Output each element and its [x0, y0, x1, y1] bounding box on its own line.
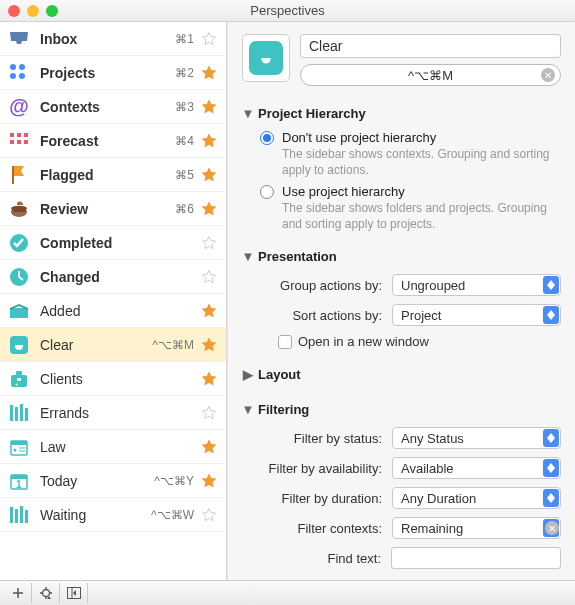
sidebar-item-forecast[interactable]: Forecast⌘4 [0, 124, 226, 158]
shortcut-value: ^⌥⌘M [408, 68, 453, 83]
svg-rect-5 [10, 133, 14, 137]
favorite-star-icon[interactable] [200, 370, 218, 388]
sort-by-value: Project [401, 308, 441, 323]
favorite-star-icon[interactable] [200, 132, 218, 150]
section-title: Presentation [258, 249, 337, 264]
section-header[interactable]: ▶ Layout [242, 361, 561, 388]
sidebar-item-clients[interactable]: +Clients [0, 362, 226, 396]
sort-by-select[interactable]: Project [392, 304, 561, 326]
sidebar-item-completed[interactable]: Completed [0, 226, 226, 260]
clear-icon [6, 332, 32, 358]
action-menu-button[interactable] [32, 583, 60, 603]
svg-rect-17 [16, 371, 22, 375]
new-window-checkbox[interactable] [278, 335, 292, 349]
projects-icon [6, 60, 32, 86]
section-title: Layout [258, 367, 301, 382]
filter-label: Filter by status: [260, 431, 392, 446]
findtext-input[interactable] [391, 547, 561, 569]
sidebar-item-contexts[interactable]: @Contexts⌘3 [0, 90, 226, 124]
favorite-star-icon[interactable] [200, 64, 218, 82]
section-header[interactable]: ▼ Project Hierarchy [242, 100, 561, 127]
inbox-icon [6, 26, 32, 52]
favorite-star-icon[interactable] [200, 302, 218, 320]
sidebar-item-shortcut: ⌘2 [175, 66, 194, 80]
minimize-icon[interactable] [27, 5, 39, 17]
section-filtering: ▼ Filtering Filter by status:Any StatusF… [242, 396, 561, 573]
favorite-star-icon[interactable] [200, 200, 218, 218]
section-presentation: ▼ Presentation Group actions by: Ungroup… [242, 243, 561, 353]
sidebar: Inbox⌘1Projects⌘2@Contexts⌘3Forecast⌘4Fl… [0, 22, 227, 580]
zoom-icon[interactable] [46, 5, 58, 17]
sidebar-item-changed[interactable]: Changed [0, 260, 226, 294]
findtext-label: Find text: [260, 551, 391, 566]
sidebar-item-waiting[interactable]: Waiting^⌥⌘W [0, 498, 226, 532]
add-button[interactable] [4, 583, 32, 603]
traffic-lights [8, 5, 58, 17]
filter-value: Remaining [401, 521, 463, 536]
shortcut-field[interactable]: ^⌥⌘M ✕ [300, 64, 561, 86]
favorite-star-icon[interactable] [200, 234, 218, 252]
favorite-star-icon[interactable] [200, 438, 218, 456]
svg-rect-11 [12, 166, 14, 184]
sidebar-item-inbox[interactable]: Inbox⌘1 [0, 22, 226, 56]
radio-label: Don't use project hierarchy [282, 130, 561, 145]
sidebar-item-shortcut: ⌘5 [175, 168, 194, 182]
errands-icon [6, 400, 32, 426]
svg-rect-32 [10, 507, 13, 523]
radio-button[interactable] [260, 131, 274, 145]
sidebar-item-label: Law [40, 439, 200, 455]
radio-button[interactable] [260, 185, 274, 199]
sidebar-item-added[interactable]: Added [0, 294, 226, 328]
filter-select-0[interactable]: Any Status [392, 427, 561, 449]
sidebar-item-today[interactable]: 1Today^⌥⌘Y [0, 464, 226, 498]
sidebar-item-label: Added [40, 303, 200, 319]
toggle-sidebar-button[interactable] [60, 583, 88, 603]
hierarchy-option-0[interactable]: Don't use project hierarchyThe sidebar s… [260, 127, 561, 181]
filter-select-3[interactable]: Remaining [392, 517, 561, 539]
favorite-star-icon[interactable] [200, 336, 218, 354]
group-by-select[interactable]: Ungrouped [392, 274, 561, 296]
filter-select-2[interactable]: Any Duration [392, 487, 561, 509]
favorite-star-icon[interactable] [200, 472, 218, 490]
favorite-star-icon[interactable] [200, 98, 218, 116]
clear-shortcut-icon[interactable]: ✕ [541, 68, 555, 82]
sidebar-item-errands[interactable]: Errands [0, 396, 226, 430]
sidebar-item-review[interactable]: Review⌘6 [0, 192, 226, 226]
section-layout: ▶ Layout [242, 361, 561, 388]
svg-rect-25 [11, 441, 27, 445]
disclosure-down-icon: ▼ [242, 108, 254, 120]
clear-icon [249, 41, 283, 75]
close-icon[interactable] [8, 5, 20, 17]
today-icon: 1 [6, 468, 32, 494]
svg-rect-9 [17, 140, 21, 144]
sidebar-item-label: Flagged [40, 167, 175, 183]
section-header[interactable]: ▼ Presentation [242, 243, 561, 270]
sidebar-item-shortcut: ⌘3 [175, 100, 194, 114]
hierarchy-option-1[interactable]: Use project hierarchyThe sidebar shows f… [260, 181, 561, 235]
sidebar-item-flagged[interactable]: Flagged⌘5 [0, 158, 226, 192]
favorite-star-icon[interactable] [200, 268, 218, 286]
svg-rect-34 [20, 506, 23, 523]
stepper-arrows-icon [543, 306, 559, 324]
sidebar-item-label: Changed [40, 269, 200, 285]
added-icon [6, 298, 32, 324]
favorite-star-icon[interactable] [200, 506, 218, 524]
disclosure-down-icon: ▼ [242, 404, 254, 416]
perspective-icon-well[interactable] [242, 34, 290, 82]
favorite-star-icon[interactable] [200, 404, 218, 422]
sidebar-item-shortcut: ⌘4 [175, 134, 194, 148]
filter-select-1[interactable]: Available [392, 457, 561, 479]
favorite-star-icon[interactable] [200, 30, 218, 48]
forecast-icon [6, 128, 32, 154]
sidebar-item-projects[interactable]: Projects⌘2 [0, 56, 226, 90]
sidebar-item-law[interactable]: Law [0, 430, 226, 464]
sidebar-item-clear[interactable]: Clear^⌥⌘M [0, 328, 226, 362]
svg-rect-20 [10, 405, 13, 421]
svg-text:1: 1 [16, 479, 22, 490]
favorite-star-icon[interactable] [200, 166, 218, 184]
svg-rect-21 [15, 407, 18, 421]
perspective-name-field[interactable]: Clear [300, 34, 561, 58]
section-header[interactable]: ▼ Filtering [242, 396, 561, 423]
sidebar-item-label: Errands [40, 405, 200, 421]
clear-filter-icon[interactable]: ✕ [545, 521, 559, 535]
